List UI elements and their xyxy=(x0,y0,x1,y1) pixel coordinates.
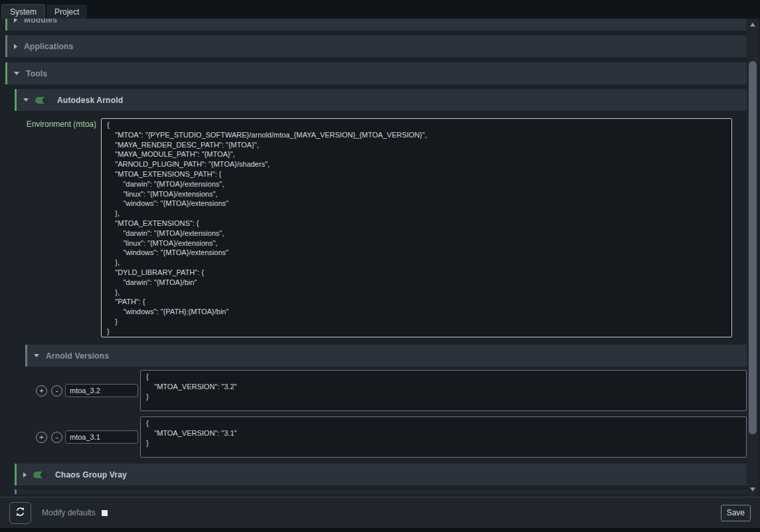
section-header-chaos-group-vray[interactable]: Chaos Group Vray xyxy=(15,464,747,486)
chevron-down-icon xyxy=(14,72,19,75)
chevron-down-icon xyxy=(23,98,29,102)
environment-label: Environment (mtoa) xyxy=(5,118,96,337)
section-label: Modules xyxy=(24,19,57,25)
toggle-knob xyxy=(43,97,49,104)
version-row: + - { "MTOA_VERSION": "3.2" } xyxy=(36,370,747,411)
save-button[interactable]: Save xyxy=(721,505,751,521)
tab-system[interactable]: System xyxy=(1,4,45,19)
chevron-right-icon xyxy=(14,19,17,23)
scroll-down-arrow-icon[interactable] xyxy=(750,488,755,491)
section-label: Applications xyxy=(24,42,73,51)
chevron-right-icon xyxy=(23,472,27,478)
tab-project[interactable]: Project xyxy=(47,5,87,19)
section-label: Tools xyxy=(26,69,47,78)
environment-row: Environment (mtoa) { "MTOA": "{PYPE_STUD… xyxy=(5,118,747,337)
version-json-textarea[interactable]: { "MTOA_VERSION": "3.2" } xyxy=(140,370,747,411)
toggle-knob xyxy=(41,472,47,478)
modify-defaults-label: Modify defaults xyxy=(42,508,96,517)
remove-version-button[interactable]: - xyxy=(51,385,62,397)
version-json-textarea[interactable]: { "MTOA_VERSION": "3.1" } xyxy=(140,416,747,458)
tab-bar: System Project xyxy=(0,0,760,19)
settings-scroll-area: Modules Applications Tools Autodesk Arno… xyxy=(0,19,760,497)
version-key-input[interactable] xyxy=(65,384,138,397)
environment-json-textarea[interactable]: { "MTOA": "{PYPE_STUDIO_SOFTWARE}/arnold… xyxy=(101,118,732,337)
remove-version-button[interactable]: - xyxy=(51,432,62,443)
vray-enabled-toggle[interactable] xyxy=(33,472,47,478)
arnold-enabled-toggle[interactable] xyxy=(35,97,49,104)
partial-section-header[interactable] xyxy=(15,489,747,494)
refresh-icon xyxy=(15,506,26,519)
add-version-button[interactable]: + xyxy=(36,385,47,397)
section-header-tools[interactable]: Tools xyxy=(5,62,747,84)
vertical-scrollbar[interactable] xyxy=(747,19,758,497)
chevron-right-icon xyxy=(14,44,17,49)
footer-bar: Modify defaults Save xyxy=(0,497,760,528)
scrollbar-thumb[interactable] xyxy=(749,61,757,434)
section-header-modules[interactable]: Modules xyxy=(5,19,747,31)
version-key-input[interactable] xyxy=(65,430,138,444)
section-label: Arnold Versions xyxy=(46,351,109,361)
section-header-autodesk-arnold[interactable]: Autodesk Arnold xyxy=(15,89,747,111)
section-label: Autodesk Arnold xyxy=(57,96,123,105)
section-label: Chaos Group Vray xyxy=(55,470,127,480)
add-version-button[interactable]: + xyxy=(36,432,47,443)
refresh-button[interactable] xyxy=(9,502,31,524)
scroll-up-arrow-icon[interactable] xyxy=(750,23,755,27)
chevron-down-icon xyxy=(34,354,39,357)
settings-window: System Project Modules Applications xyxy=(0,0,760,532)
window-bottom-edge xyxy=(0,528,760,532)
modify-defaults-checkbox[interactable] xyxy=(102,510,108,516)
section-header-arnold-versions[interactable]: Arnold Versions xyxy=(25,345,747,367)
section-header-applications[interactable]: Applications xyxy=(5,35,747,57)
version-row: + - { "MTOA_VERSION": "3.1" } xyxy=(36,416,747,458)
